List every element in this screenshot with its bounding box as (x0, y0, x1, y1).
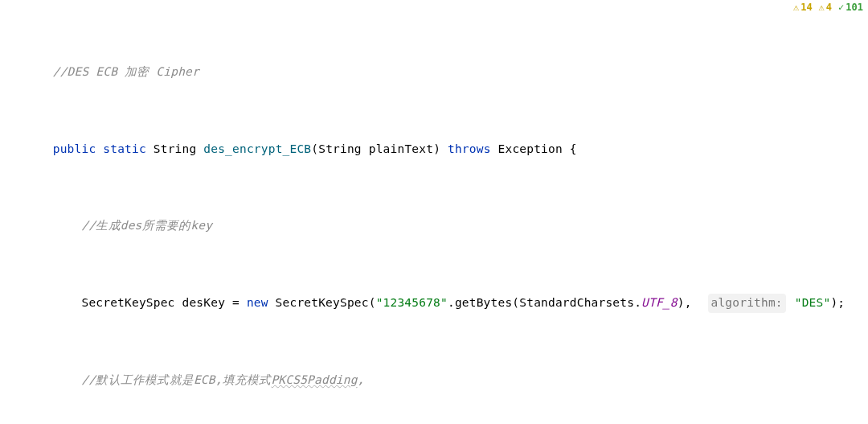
type-standardcharsets: StandardCharsets (519, 296, 634, 309)
indent (24, 373, 81, 386)
string-des: "DES" (795, 296, 831, 309)
param-type: String (318, 142, 362, 155)
const-utf8: UTF_8 (641, 296, 678, 309)
ctor-secretkeyspec: SecretKeySpec (276, 296, 369, 309)
indent (24, 219, 81, 232)
comment: //DES ECB 加密 Cipher (53, 65, 199, 78)
indent (24, 65, 53, 78)
editor-gutter[interactable] (0, 0, 23, 424)
type-exception: Exception (498, 142, 563, 155)
type-secretkeyspec: SecretKeySpec (81, 296, 174, 309)
comment: //默认工作模式就是ECB,填充模式PKCS5Padding, (81, 373, 364, 386)
indent (24, 296, 81, 309)
type-string: String (154, 142, 197, 155)
param-name: plainText (369, 142, 433, 155)
indent (24, 142, 53, 155)
call-getbytes: .getBytes( (448, 296, 519, 309)
param-hint-algorithm: algorithm: (708, 294, 786, 313)
string-key: "12345678" (376, 296, 448, 309)
code-editor[interactable]: //DES ECB 加密 Cipher public static String… (24, 0, 868, 424)
keyword-public: public (53, 142, 96, 155)
comment: //生成des所需要的key (81, 219, 212, 232)
method-name: des_encrypt_ECB (203, 142, 311, 155)
keyword-static: static (103, 142, 146, 155)
var-deskey: desKey (182, 296, 225, 309)
keyword-throws: throws (448, 142, 491, 155)
keyword-new: new (247, 296, 268, 309)
